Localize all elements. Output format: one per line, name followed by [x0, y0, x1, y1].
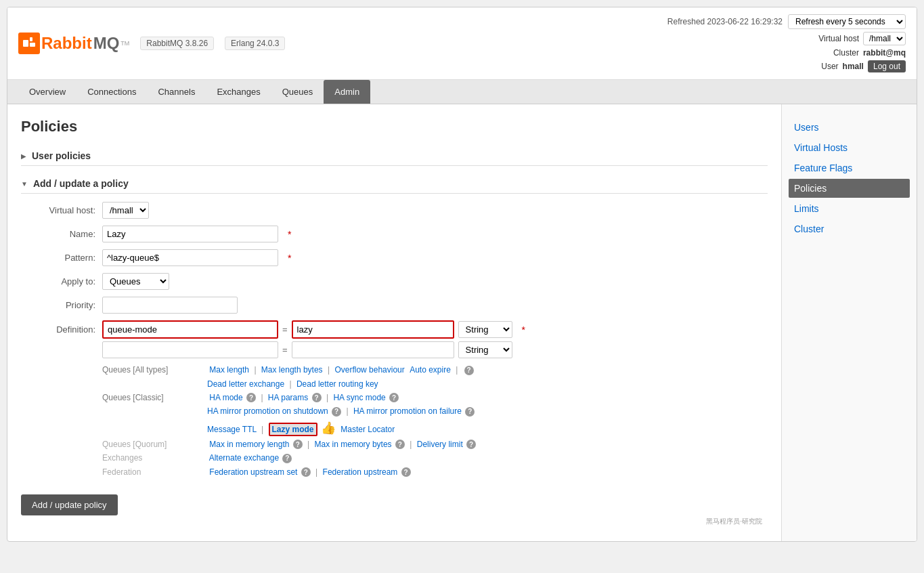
link-ha-mode[interactable]: HA mode [209, 393, 242, 402]
exchanges-group: Exchanges Alternate exchange ? [102, 453, 768, 463]
federation-upstream-set-help-icon[interactable]: ? [301, 467, 311, 477]
link-master-locator[interactable]: Master Locator [340, 425, 395, 434]
sidebar-item-limits[interactable]: Limits [789, 199, 910, 218]
header: RabbitMQTM RabbitMQ 3.8.26 Erlang 24.0.3… [7, 7, 917, 80]
definition-required-star: * [522, 320, 525, 335]
link-overflow-behaviour[interactable]: Overflow behaviour [334, 365, 404, 375]
def-type-select-1[interactable]: String Number Boolean [458, 321, 512, 338]
cursor-hand-icon: 👍 [321, 421, 336, 436]
link-ha-mirror-shutdown[interactable]: HA mirror promotion on shutdown [207, 406, 328, 416]
link-lazy-mode[interactable]: Lazy mode [269, 423, 317, 436]
user-policies-section-header[interactable]: ▶ User policies [21, 146, 768, 166]
link-federation-upstream-set[interactable]: Federation upstream set [209, 467, 297, 477]
rabbitmq-icon [18, 33, 40, 54]
apply-to-select[interactable]: Queues Exchanges All [102, 273, 169, 290]
add-update-section-header[interactable]: ▼ Add / update a policy [21, 174, 768, 194]
def-key-input-1[interactable] [102, 320, 278, 339]
pattern-input[interactable] [102, 249, 278, 266]
sidebar-item-policies[interactable]: Policies [789, 179, 910, 198]
ha-mirror-failure-help-icon[interactable]: ? [465, 407, 475, 417]
name-row: Name: * [21, 226, 768, 242]
header-left: RabbitMQTM RabbitMQ 3.8.26 Erlang 24.0.3 [18, 33, 285, 54]
queues-classic-group: Queues [Classic] HA mode ? | HA params ?… [102, 393, 768, 403]
content-wrapper: Policies ▶ User policies ▼ Add / update … [7, 104, 917, 541]
add-update-toggle-icon: ▼ [21, 180, 28, 188]
nav-channels[interactable]: Channels [147, 80, 206, 104]
cluster-label: Cluster [833, 48, 859, 58]
link-message-ttl[interactable]: Message TTL [207, 425, 257, 434]
link-max-in-memory-length[interactable]: Max in memory length [209, 440, 289, 449]
link-dead-letter-routing-key[interactable]: Dead letter routing key [296, 379, 378, 389]
refresh-select[interactable]: Refresh every 5 secondsRefresh every 10 … [788, 14, 906, 29]
queues-all-label: Queues [All types] [102, 365, 207, 375]
def-equals-2: = [282, 345, 288, 355]
definition-row: Definition: = String Number Boolean [21, 320, 768, 358]
link-ha-sync-mode[interactable]: HA sync mode [333, 393, 385, 402]
virtual-host-row: Virtual host: /hmall [21, 202, 768, 219]
ha-params-help-icon[interactable]: ? [312, 393, 322, 402]
watermark: 黑马程序员·研究院 [21, 515, 768, 528]
add-policy-button[interactable]: Add / update policy [21, 494, 118, 515]
queues-quorum-label: Queues [Quorum] [102, 440, 207, 449]
sidebar-item-cluster[interactable]: Cluster [789, 219, 910, 238]
name-label: Name: [21, 229, 95, 239]
main-content: Policies ▶ User policies ▼ Add / update … [7, 104, 781, 541]
priority-input[interactable] [102, 297, 238, 314]
queues-classic-row2: HA mirror promotion on shutdown ? | HA m… [207, 406, 768, 417]
link-max-in-memory-bytes[interactable]: Max in memory bytes [315, 440, 392, 449]
sidebar-item-virtual-hosts[interactable]: Virtual Hosts [789, 138, 910, 157]
delivery-limit-help-icon[interactable]: ? [466, 440, 476, 449]
alternate-exchange-help-icon[interactable]: ? [282, 454, 292, 463]
priority-label: Priority: [21, 300, 95, 310]
name-input[interactable] [102, 226, 278, 242]
nav-exchanges[interactable]: Exchanges [206, 80, 271, 104]
link-alternate-exchange[interactable]: Alternate exchange [209, 453, 279, 463]
nav-overview[interactable]: Overview [18, 80, 76, 104]
ha-mode-help-icon[interactable]: ? [246, 393, 256, 402]
link-federation-upstream[interactable]: Federation upstream [323, 467, 398, 477]
user-value: hmall [843, 62, 864, 71]
def-type-select-2[interactable]: String Number Boolean [458, 341, 512, 358]
def-key-input-2[interactable] [102, 341, 278, 358]
max-in-memory-bytes-help-icon[interactable]: ? [395, 440, 405, 449]
page-title: Policies [21, 118, 768, 135]
virtual-host-select[interactable]: /hmall [102, 202, 149, 219]
add-update-title: Add / update a policy [33, 178, 129, 189]
def-equals-1: = [282, 324, 288, 335]
policy-form: Virtual host: /hmall Name: * Pattern: * [21, 202, 768, 358]
link-ha-mirror-failure[interactable]: HA mirror promotion on failure [353, 406, 462, 416]
def-value-input-1[interactable] [292, 320, 454, 339]
max-in-memory-length-help-icon[interactable]: ? [293, 440, 303, 449]
link-max-length[interactable]: Max length [209, 365, 249, 375]
ha-sync-mode-help-icon[interactable]: ? [389, 393, 399, 402]
nav-queues[interactable]: Queues [271, 80, 324, 104]
user-policies-toggle-icon: ▶ [21, 152, 26, 160]
link-ha-params[interactable]: HA params [268, 393, 308, 402]
sidebar-item-feature-flags[interactable]: Feature Flags [789, 158, 910, 177]
auto-expire-help-icon[interactable]: ? [464, 366, 474, 375]
svg-rect-2 [30, 43, 35, 47]
link-dead-letter-exchange[interactable]: Dead letter exchange [207, 379, 284, 389]
exchanges-label: Exchanges [102, 453, 207, 463]
sidebar: Users Virtual Hosts Feature Flags Polici… [781, 104, 917, 541]
def-value-input-2[interactable] [292, 341, 454, 358]
link-auto-expire[interactable]: Auto expire [410, 365, 451, 375]
cluster-row: Cluster rabbit@mq [833, 48, 906, 58]
logo-mq: MQ [93, 34, 120, 53]
link-delivery-limit[interactable]: Delivery limit [417, 440, 463, 449]
link-max-length-bytes[interactable]: Max length bytes [261, 365, 323, 375]
queues-quorum-group: Queues [Quorum] Max in memory length ? |… [102, 440, 768, 450]
ha-mirror-shutdown-help-icon[interactable]: ? [332, 407, 341, 417]
federation-upstream-help-icon[interactable]: ? [401, 467, 411, 477]
vhost-select[interactable]: /hmall [863, 32, 906, 45]
cluster-value: rabbit@mq [863, 48, 906, 58]
definition-area: = String Number Boolean = [102, 320, 512, 358]
def-row-2: = String Number Boolean [102, 341, 512, 358]
nav-admin[interactable]: Admin [324, 80, 370, 104]
links-section: Queues [All types] Max length | Max leng… [102, 365, 768, 477]
rabbitmq-version-badge: RabbitMQ 3.8.26 [140, 37, 214, 50]
queues-all-row2: Dead letter exchange | Dead letter routi… [207, 379, 768, 389]
logout-button[interactable]: Log out [868, 60, 906, 72]
sidebar-item-users[interactable]: Users [789, 118, 910, 137]
nav-connections[interactable]: Connections [76, 80, 147, 104]
